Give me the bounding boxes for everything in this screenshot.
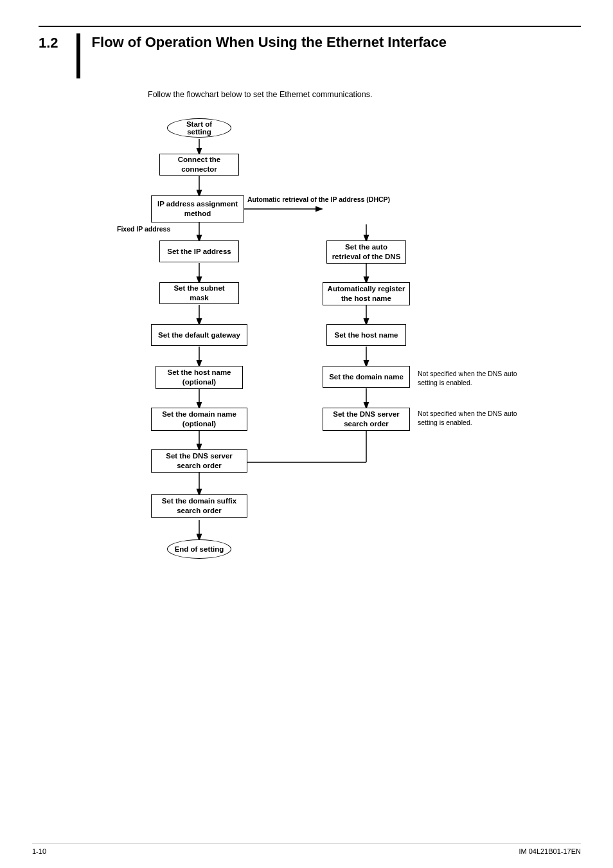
set-dns-order-box: Set the DNS server search order — [151, 449, 247, 473]
doc-id: IM 04L21B01-17EN — [519, 847, 581, 855]
ip-method-box: IP address assignment method — [151, 195, 244, 222]
dhcp-label: Automatic retrieval of the IP address (D… — [247, 195, 390, 204]
flowchart: Start of setting Connect the connector I… — [116, 112, 598, 665]
set-ip-box: Set the IP address — [159, 240, 239, 262]
page: 1.2 Flow of Operation When Using the Eth… — [0, 0, 613, 868]
end-oval: End of setting — [167, 539, 231, 559]
fixed-ip-label: Fixed IP address — [117, 224, 170, 233]
set-gateway-box: Set the default gateway — [151, 324, 247, 346]
section-bar — [76, 33, 80, 78]
start-oval: Start of setting — [167, 118, 231, 138]
page-number: 1-10 — [32, 847, 46, 855]
domain-note: Not specified when the DNS auto setting … — [418, 369, 530, 387]
dns-note: Not specified when the DNS auto setting … — [418, 409, 530, 427]
set-dns-order2-box: Set the DNS server search order — [323, 408, 410, 431]
set-hostname-opt-box: Set the host name (optional) — [155, 366, 243, 389]
connect-box: Connect the connector — [159, 154, 239, 176]
set-subnet-box: Set the subnet mask — [159, 282, 239, 304]
section-header: 1.2 Flow of Operation When Using the Eth… — [39, 26, 581, 78]
section-number: 1.2 — [39, 33, 58, 51]
page-footer: 1-10 IM 04L21B01-17EN — [32, 843, 581, 855]
section-title: Flow of Operation When Using the Etherne… — [92, 33, 447, 52]
set-domain-box: Set the domain name — [323, 366, 410, 388]
set-hostname-box: Set the host name — [326, 324, 406, 346]
auto-dns-box: Set the auto retrieval of the DNS — [326, 240, 406, 264]
set-domain-suffix-box: Set the domain suffix search order — [151, 494, 247, 518]
auto-register-box: Automatically register the host name — [323, 282, 410, 305]
set-domain-opt-box: Set the domain name (optional) — [151, 408, 247, 431]
intro-text: Follow the flowchart below to set the Et… — [148, 90, 581, 99]
